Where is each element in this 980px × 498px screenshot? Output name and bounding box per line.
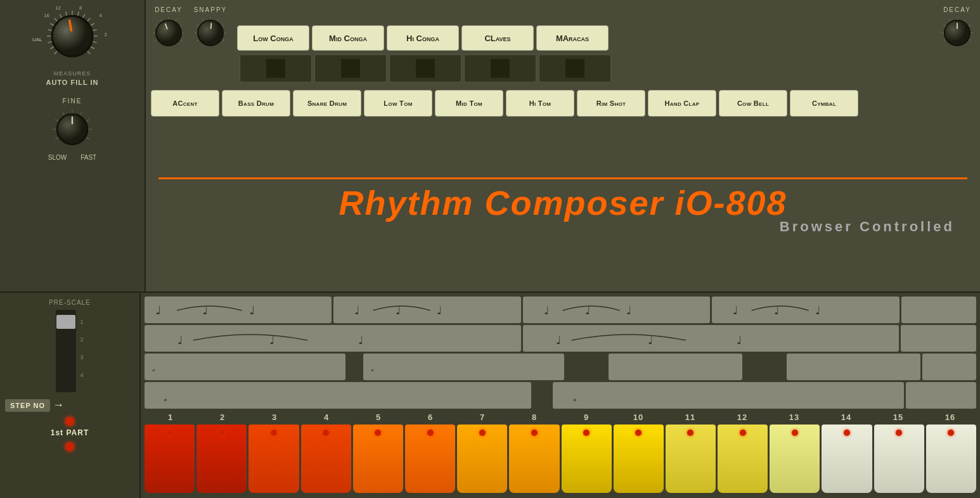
low-conga-toggle[interactable]	[240, 54, 312, 82]
top-instrument-buttons: Low CongaMid CongaHi CongaCLavesMAracas	[237, 25, 609, 51]
rhythm-cell-3-5[interactable]	[922, 354, 976, 380]
scale-mark-1: 1	[80, 319, 83, 325]
snappy-knob-svg[interactable]	[193, 15, 228, 51]
rhythm-cell-2-2[interactable]: ♩ ♩ ♩	[523, 325, 899, 352]
rhythm-cell-3-4[interactable]	[787, 354, 921, 380]
svg-text:♩: ♩	[555, 334, 560, 347]
step-no-button[interactable]: STEP NO	[5, 399, 50, 412]
accent-button[interactable]: ACcent	[151, 90, 219, 117]
rhythm-row-1: ♩ ♩ ♩ ♩ ♩ ♩	[145, 297, 976, 323]
claves-slider[interactable]	[491, 59, 510, 78]
pre-scale-handle[interactable]	[56, 315, 75, 329]
rhythm-cell-4-2[interactable]: 𝅗	[553, 382, 904, 409]
rhythm-cell-3-2[interactable]: 𝅗	[363, 354, 564, 380]
scale-marks: 1 2 3 4	[80, 310, 83, 378]
slow-fast-labels: SLOW FAST	[48, 154, 96, 161]
pad-step-5[interactable]	[353, 425, 403, 493]
bass-drum-button[interactable]: Bass Drum	[222, 90, 290, 117]
decay-knob-right: DECAY	[939, 6, 975, 51]
low-tom-button[interactable]: Low Tom	[364, 90, 432, 117]
maracas-toggle[interactable]	[539, 54, 611, 82]
hi-conga-button[interactable]: Hi Conga	[387, 25, 459, 51]
gap-3c	[744, 354, 784, 380]
maracas-button[interactable]: MAracas	[536, 25, 609, 51]
pad-step-15[interactable]	[874, 425, 924, 493]
pad-step-12[interactable]	[718, 425, 768, 493]
pad-step-11[interactable]	[666, 425, 716, 493]
svg-point-19	[52, 16, 93, 56]
svg-point-52	[198, 20, 223, 46]
rhythm-cell-1-5[interactable]	[901, 297, 976, 323]
pad-dot-15	[896, 430, 902, 436]
pad-step-14[interactable]	[822, 425, 872, 493]
scale-mark-3: 3	[80, 354, 83, 361]
step-number-8: 8	[508, 412, 560, 422]
rhythm-cell-1-4[interactable]: ♩ ♩ ♩	[712, 297, 899, 323]
pad-step-1[interactable]	[145, 425, 195, 493]
decay-right-knob-svg[interactable]	[939, 15, 975, 51]
pad-step-2[interactable]	[197, 425, 247, 493]
app-container: 12 8 16 4 2 UAL	[0, 0, 980, 498]
cymbal-button[interactable]: Cymbal	[790, 90, 858, 117]
pad-step-7[interactable]	[457, 425, 507, 493]
rhythm-cell-1-2[interactable]: ♩ ♩ ♩	[333, 297, 520, 323]
title-line-top	[158, 177, 967, 179]
pad-step-10[interactable]	[614, 425, 664, 493]
rhythm-cell-3-1[interactable]: 𝅗	[145, 354, 345, 380]
pad-step-8[interactable]	[509, 425, 559, 493]
gap-3	[347, 354, 361, 380]
pad-step-9[interactable]	[562, 425, 612, 493]
tempo-knob-svg[interactable]	[44, 8, 101, 65]
svg-line-21	[55, 137, 58, 139]
svg-line-10	[78, 11, 79, 16]
fine-knob-area: FINE	[48, 98, 96, 161]
snappy-label: SNAPPY	[194, 6, 228, 13]
rhythm-cell-4-3[interactable]	[906, 382, 976, 409]
svg-text:♩: ♩	[177, 334, 183, 347]
pad-step-6[interactable]	[405, 425, 455, 493]
rhythm-cell-1-1[interactable]: ♩ ♩ ♩	[145, 297, 332, 323]
maracas-slider[interactable]	[565, 59, 584, 78]
rhythm-cell-3-3[interactable]	[609, 354, 743, 380]
pre-scale-slider-track[interactable]	[56, 310, 76, 392]
rim-shot-button[interactable]: Rim Shot	[577, 90, 645, 117]
pad-step-4[interactable]	[301, 425, 351, 493]
subtitle: Browser Controlled	[780, 219, 967, 235]
fast-label: FAST	[81, 154, 96, 161]
rhythm-cell-2-1[interactable]: ♩ ♩ ♩	[145, 325, 521, 352]
low-conga-slider[interactable]	[266, 59, 285, 78]
mid-conga-slider[interactable]	[341, 59, 360, 78]
hi-tom-button[interactable]: Hi Tom	[506, 90, 574, 117]
mid-conga-toggle[interactable]	[314, 54, 387, 82]
claves-button[interactable]: CLaves	[461, 25, 534, 51]
mid-tom-button[interactable]: Mid Tom	[435, 90, 503, 117]
pad-dot-14	[844, 430, 850, 436]
svg-text:♩: ♩	[647, 334, 652, 347]
svg-text:♩: ♩	[544, 304, 549, 317]
svg-line-8	[66, 11, 67, 16]
decay-knob-svg[interactable]	[151, 15, 186, 51]
pad-step-3[interactable]	[248, 425, 299, 493]
claves-toggle[interactable]	[464, 54, 536, 82]
mid-conga-button[interactable]: Mid Conga	[312, 25, 384, 51]
rhythm-cell-2-3[interactable]	[901, 325, 976, 352]
pad-dot-3	[271, 430, 277, 436]
svg-text:♩: ♩	[202, 304, 209, 317]
snare-drum-button[interactable]: Snare Drum	[293, 90, 361, 117]
rhythm-notes-1c: ♩ ♩ ♩	[523, 297, 710, 323]
hi-conga-toggle[interactable]	[389, 54, 461, 82]
low-conga-button[interactable]: Low Conga	[237, 25, 309, 51]
rhythm-cell-1-3[interactable]: ♩ ♩ ♩	[523, 297, 710, 323]
pad-dot-11	[687, 430, 693, 436]
pad-step-16[interactable]	[926, 425, 976, 493]
cow-bell-button[interactable]: Cow Bell	[719, 90, 787, 117]
hi-conga-slider[interactable]	[416, 59, 435, 78]
top-toggles-row	[146, 54, 980, 86]
pad-dot-6	[427, 430, 434, 436]
hand-clap-button[interactable]: Hand Clap	[648, 90, 716, 117]
svg-line-26	[81, 112, 82, 115]
fine-knob-svg[interactable]	[50, 107, 94, 151]
step-number-5: 5	[352, 412, 404, 422]
pad-step-13[interactable]	[770, 425, 820, 493]
rhythm-cell-4-1[interactable]: 𝅗	[145, 382, 531, 409]
